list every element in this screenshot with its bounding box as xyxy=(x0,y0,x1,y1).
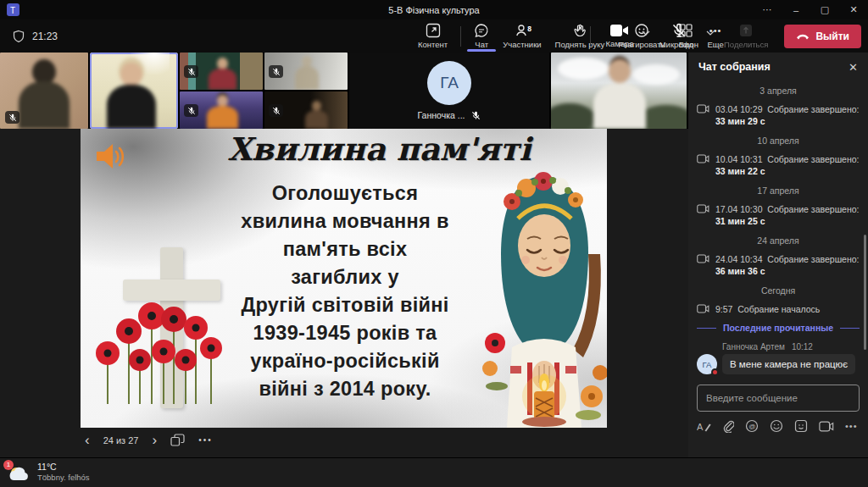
close-button[interactable]: ✕ xyxy=(839,0,868,19)
video-tile-participant-5[interactable] xyxy=(264,91,348,129)
toolbar-divider xyxy=(460,26,461,47)
chat-scrollbar[interactable] xyxy=(864,235,866,350)
share-up-icon xyxy=(738,23,754,38)
chat-scroll-area[interactable]: 20.03 10:31 Собрание завершено: 32 мин 3… xyxy=(688,83,868,376)
weather-widget[interactable]: 1 11°C Többny. felhós xyxy=(7,462,90,483)
timer-value: 21:23 xyxy=(32,30,58,42)
minimize-button[interactable]: – xyxy=(782,0,810,19)
video-tile-participant-6[interactable] xyxy=(551,53,687,129)
event-duration: 33 мин 22 с xyxy=(715,166,765,176)
compose-area: A @ ••• xyxy=(688,378,868,457)
teams-meeting-window: T 5-В Фізична культура ⋯ – ▢ ✕ 21:23 Кон… xyxy=(0,0,868,487)
video-tile-participant-4[interactable] xyxy=(264,53,348,90)
meeting-camera-icon xyxy=(697,303,709,315)
separator-label: 24 апреля xyxy=(757,235,798,246)
chat-event-row: 24.04 10:34 Собрание завершено: 36 мин 3… xyxy=(697,253,860,277)
event-label: Собрание завершено: xyxy=(767,204,859,214)
meeting-camera-icon xyxy=(697,253,709,277)
close-chat-icon[interactable]: ✕ xyxy=(849,61,858,74)
camera-icon xyxy=(610,24,629,37)
message-author: Ганночка Артем xyxy=(722,342,785,351)
event-duration: 31 мин 25 с xyxy=(715,216,765,226)
event-time: 24.04 10:34 xyxy=(715,254,762,264)
message-bubble: В мене камера не працює xyxy=(722,354,855,374)
attach-file-icon[interactable] xyxy=(722,419,734,433)
leave-button[interactable]: Выйти xyxy=(784,25,861,48)
weather-alert-badge: 1 xyxy=(3,460,14,470)
avatar: ГА xyxy=(427,61,471,105)
content-button[interactable]: Контент xyxy=(412,19,453,53)
chat-bubble-icon xyxy=(474,23,489,38)
video-clip-icon[interactable] xyxy=(819,421,834,432)
separator-label: Последние прочитанные xyxy=(723,323,833,333)
event-label: Собрание завершено: xyxy=(767,104,859,114)
mic-muted-badge-icon xyxy=(184,104,198,117)
message-input[interactable] xyxy=(697,385,860,412)
chat-date-separator: 10 апреля xyxy=(697,136,860,146)
participant-name: Ганночка ... xyxy=(418,110,465,120)
separator-label: 10 апреля xyxy=(757,136,798,146)
message-time: 10:12 xyxy=(792,342,813,351)
chat-event-row: 03.04 10:29 Собрание завершено: 33 мин 2… xyxy=(697,103,860,127)
windows-taskbar: 1 11°C Többny. felhós PRO T1 ᗜ T1 ⌃ xyxy=(0,457,868,487)
video-strip: ГА Ганночка ... xyxy=(0,53,688,129)
meeting-camera-icon xyxy=(697,103,709,127)
mic-options-chevron-icon[interactable] xyxy=(706,30,715,36)
meeting-chat-panel: Чат собрания ✕ 20.03 10:31 Собрание заве… xyxy=(688,53,868,457)
previous-slide-button[interactable]: ‹ xyxy=(85,434,90,446)
compose-more-icon[interactable]: ••• xyxy=(845,421,858,431)
event-time: 10.04 10:31 xyxy=(715,154,762,164)
sticker-icon[interactable] xyxy=(794,419,808,433)
shared-slide: Хвилина пам'яті Оголошується хвилина мов… xyxy=(81,129,607,428)
weather-temperature: 11°C xyxy=(37,462,90,473)
chat-panel-title: Чат собрания xyxy=(698,61,771,73)
chat-date-separator: 24 апреля xyxy=(697,235,860,246)
camera-button[interactable]: Камера xyxy=(599,21,639,52)
video-tile-participant-2[interactable] xyxy=(180,53,263,90)
camera-options-chevron-icon[interactable] xyxy=(642,30,650,36)
next-slide-button[interactable]: › xyxy=(152,434,157,446)
share-button[interactable]: Поделиться xyxy=(718,20,774,53)
loop-component-icon[interactable]: @ xyxy=(745,419,759,433)
toolbar-divider xyxy=(590,26,591,47)
chat-event-row: 17.04 10:30 Собрание завершено: 31 мин 2… xyxy=(697,203,860,227)
video-tile-participant-3[interactable] xyxy=(180,91,263,129)
emoji-icon[interactable] xyxy=(770,419,783,433)
speaker-audio-icon[interactable] xyxy=(94,141,131,173)
chat-history: 20.03 10:31 Собрание завершено: 32 мин 3… xyxy=(697,83,860,340)
meeting-camera-icon xyxy=(697,203,709,227)
window-title: 5-В Фізична культура xyxy=(0,5,868,15)
video-tile-participant-1[interactable] xyxy=(0,53,88,129)
event-duration: 36 мин 36 с xyxy=(715,266,765,276)
video-tile-active-speaker[interactable] xyxy=(90,53,178,129)
format-text-icon[interactable]: A xyxy=(697,420,711,433)
slide-more-options-button[interactable]: ••• xyxy=(198,435,213,445)
participants-count-badge: 8 xyxy=(527,25,531,33)
participants-button[interactable]: 8 Участники xyxy=(497,19,547,53)
event-label: Собрание завершено: xyxy=(767,254,859,264)
presentation-stage: Хвилина пам'яті Оголошується хвилина мов… xyxy=(0,129,688,457)
last-read-divider: Последние прочитанные xyxy=(697,323,860,333)
event-time: 03.04 10:29 xyxy=(715,104,762,114)
audio-only-participant[interactable]: ГА Ганночка ... xyxy=(349,53,549,129)
slide-title: Хвилина пам'яті xyxy=(161,130,598,168)
titlebar-more-icon[interactable]: ⋯ xyxy=(753,0,782,19)
weather-cloud-icon: 1 xyxy=(7,463,31,482)
event-duration: 33 мин 29 с xyxy=(715,116,765,126)
slide-thumbnails-button[interactable] xyxy=(170,434,185,446)
mic-muted-badge-icon xyxy=(269,65,283,78)
mic-muted-icon xyxy=(471,111,481,120)
maximize-button[interactable]: ▢ xyxy=(810,0,839,19)
share-content-icon xyxy=(426,23,441,38)
svg-text:A: A xyxy=(697,422,704,432)
microphone-button[interactable]: Микрофон xyxy=(654,20,704,53)
phone-hangup-icon xyxy=(796,33,810,40)
weather-description: Többny. felhós xyxy=(37,473,90,483)
praying-girl-illustration xyxy=(480,169,607,428)
shield-icon xyxy=(12,30,25,43)
separator-label: 3 апреля xyxy=(760,86,796,96)
chat-event-row: 10.04 10:31 Собрание завершено: 33 мин 2… xyxy=(697,153,860,177)
chat-button[interactable]: Чат xyxy=(468,19,495,53)
busy-status-dot xyxy=(711,368,719,376)
participants-icon: 8 xyxy=(515,23,530,38)
